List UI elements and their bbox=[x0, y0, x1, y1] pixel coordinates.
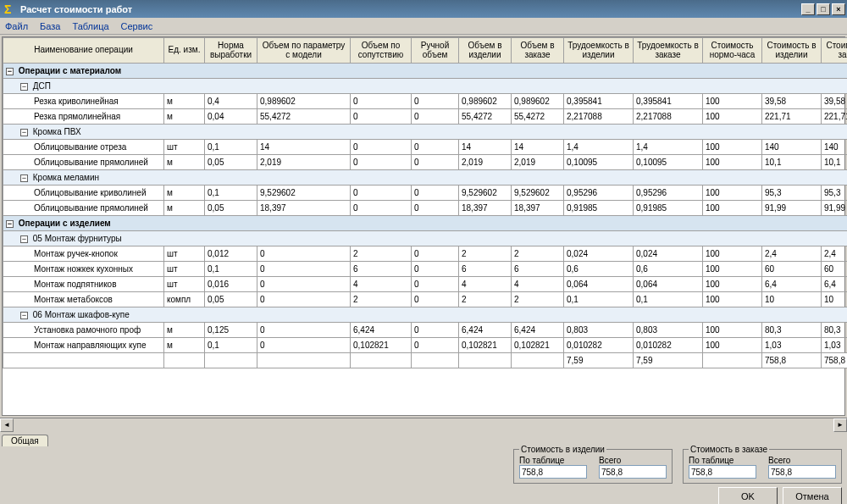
cell[interactable]: 0,1 bbox=[564, 292, 634, 307]
cell[interactable]: 14 bbox=[459, 140, 512, 155]
cell[interactable]: 221,71 bbox=[762, 109, 822, 125]
cell[interactable]: 0,1 bbox=[205, 186, 257, 201]
expand-icon[interactable]: − bbox=[20, 235, 28, 243]
cell[interactable]: 2,4 bbox=[822, 246, 848, 262]
cell[interactable]: Резка прямолинейная bbox=[3, 109, 164, 125]
cell[interactable]: 0,1 bbox=[634, 292, 703, 307]
expand-icon[interactable]: − bbox=[20, 83, 28, 91]
expand-icon[interactable]: − bbox=[20, 174, 28, 182]
cell[interactable]: 0,05 bbox=[205, 155, 257, 170]
cell[interactable]: м bbox=[164, 94, 205, 109]
cell[interactable]: 0 bbox=[257, 338, 351, 353]
cell[interactable]: Облицовывание отреза bbox=[3, 140, 164, 155]
cell[interactable]: 0,95296 bbox=[564, 186, 634, 201]
cell[interactable]: Монтаж подпятников bbox=[3, 277, 164, 292]
cell[interactable]: 1,03 bbox=[822, 338, 848, 353]
scroll-left-button[interactable]: ◄ bbox=[0, 418, 14, 432]
cell[interactable]: 0 bbox=[412, 109, 459, 125]
cell[interactable]: 0 bbox=[351, 155, 412, 170]
col-norm[interactable]: Норма выработки bbox=[205, 38, 257, 64]
cell[interactable]: 2,019 bbox=[512, 155, 564, 170]
cell[interactable]: 1,4 bbox=[564, 140, 634, 155]
cell[interactable]: 0,125 bbox=[205, 323, 257, 338]
cell[interactable]: 6 bbox=[351, 262, 412, 277]
cell[interactable]: 10 bbox=[762, 292, 822, 307]
cell[interactable]: 14 bbox=[257, 140, 351, 155]
cell[interactable]: 14 bbox=[512, 140, 564, 155]
cell[interactable]: 0 bbox=[412, 277, 459, 292]
cost-order-total-input[interactable] bbox=[768, 465, 836, 479]
col-cost-order[interactable]: Стоимость в заказе bbox=[822, 38, 848, 64]
cell[interactable]: 2 bbox=[459, 246, 512, 262]
scroll-right-button[interactable]: ► bbox=[833, 418, 847, 432]
cell[interactable]: 0,989602 bbox=[459, 94, 512, 109]
cell[interactable]: 100 bbox=[703, 155, 762, 170]
cell[interactable]: 6 bbox=[512, 262, 564, 277]
col-vol-accomp[interactable]: Объем по сопутствию bbox=[351, 38, 412, 64]
cell[interactable]: 91,99 bbox=[762, 201, 822, 216]
cell[interactable]: 55,4272 bbox=[512, 109, 564, 125]
cell[interactable]: 2,4 bbox=[762, 246, 822, 262]
cell[interactable]: 6,4 bbox=[762, 277, 822, 292]
cell[interactable]: 0 bbox=[412, 338, 459, 353]
col-vol-item[interactable]: Объем в изделии bbox=[459, 38, 512, 64]
table-row[interactable]: Монтаж ножкек кухонныхшт0,1060660,60,610… bbox=[3, 262, 848, 277]
col-cost-item[interactable]: Стоимость в изделии bbox=[762, 38, 822, 64]
cell[interactable]: шт bbox=[164, 140, 205, 155]
cell[interactable]: 9,529602 bbox=[257, 186, 351, 201]
cell[interactable]: 100 bbox=[703, 140, 762, 155]
menu-service[interactable]: Сервис bbox=[121, 21, 153, 31]
cell[interactable]: 0,1 bbox=[205, 338, 257, 353]
cell[interactable]: 55,4272 bbox=[459, 109, 512, 125]
cell[interactable]: 0,064 bbox=[634, 277, 703, 292]
cell[interactable]: 2,217088 bbox=[634, 109, 703, 125]
table-row[interactable]: Монтаж ручек-кнопокшт0,012020220,0240,02… bbox=[3, 246, 848, 262]
cell[interactable]: Установка рамочного проф bbox=[3, 323, 164, 338]
expand-icon[interactable]: − bbox=[20, 129, 28, 136]
cell[interactable]: 0 bbox=[412, 201, 459, 216]
cell[interactable]: 6,4 bbox=[822, 277, 848, 292]
cost-item-total-input[interactable] bbox=[599, 465, 667, 479]
cell[interactable]: шт bbox=[164, 262, 205, 277]
cell[interactable]: 60 bbox=[762, 262, 822, 277]
cell[interactable]: 55,4272 bbox=[257, 109, 351, 125]
table-row[interactable]: Облицовывание отрезашт0,1140014141,41,41… bbox=[3, 140, 848, 155]
cell[interactable]: 0,010282 bbox=[564, 338, 634, 353]
cell[interactable]: 758,8 bbox=[822, 353, 848, 368]
cell[interactable]: 0 bbox=[412, 323, 459, 338]
col-rate[interactable]: Стоимость нормо-часа bbox=[703, 38, 762, 64]
cell[interactable]: 100 bbox=[703, 186, 762, 201]
subgroup-row[interactable]: − 05 Монтаж фурнитуры bbox=[3, 231, 848, 246]
cell[interactable]: 0,6 bbox=[564, 262, 634, 277]
operations-table[interactable]: Наименование операции Ед. изм. Норма выр… bbox=[3, 37, 847, 368]
cell[interactable]: 60 bbox=[822, 262, 848, 277]
cell[interactable]: 0,04 bbox=[205, 109, 257, 125]
cell[interactable]: м bbox=[164, 186, 205, 201]
menu-file[interactable]: Файл bbox=[5, 21, 28, 31]
cell[interactable]: 0,803 bbox=[564, 323, 634, 338]
cell[interactable]: Монтаж направляющих купе bbox=[3, 338, 164, 353]
cell[interactable]: 0,6 bbox=[634, 262, 703, 277]
cell[interactable]: Облицовывание прямолиней bbox=[3, 201, 164, 216]
cell[interactable]: 0,05 bbox=[205, 292, 257, 307]
col-vol-model[interactable]: Объем по параметру с модели bbox=[257, 38, 351, 64]
cell[interactable]: 0,05 bbox=[205, 201, 257, 216]
table-row[interactable]: Резка прямолинейнаям0,0455,42720055,4272… bbox=[3, 109, 848, 125]
cell[interactable]: 0,989602 bbox=[257, 94, 351, 109]
cell[interactable]: 1,03 bbox=[762, 338, 822, 353]
table-row[interactable]: Монтаж направляющих купем0,100,10282100,… bbox=[3, 338, 848, 353]
cell[interactable]: 0 bbox=[257, 246, 351, 262]
expand-icon[interactable]: − bbox=[20, 312, 28, 319]
cell[interactable]: 0,102821 bbox=[512, 338, 564, 353]
cell[interactable]: 4 bbox=[351, 277, 412, 292]
cell[interactable]: 0 bbox=[412, 292, 459, 307]
cell[interactable]: 0,91985 bbox=[634, 201, 703, 216]
cell[interactable]: 0 bbox=[351, 94, 412, 109]
cell[interactable]: 0,064 bbox=[564, 277, 634, 292]
cell[interactable]: 0 bbox=[257, 323, 351, 338]
ok-button[interactable]: OK bbox=[718, 487, 778, 504]
cell[interactable]: 100 bbox=[703, 338, 762, 353]
cell[interactable]: м bbox=[164, 155, 205, 170]
cell[interactable]: 0 bbox=[351, 186, 412, 201]
subgroup-row[interactable]: − Кромка ПВХ bbox=[3, 125, 848, 140]
